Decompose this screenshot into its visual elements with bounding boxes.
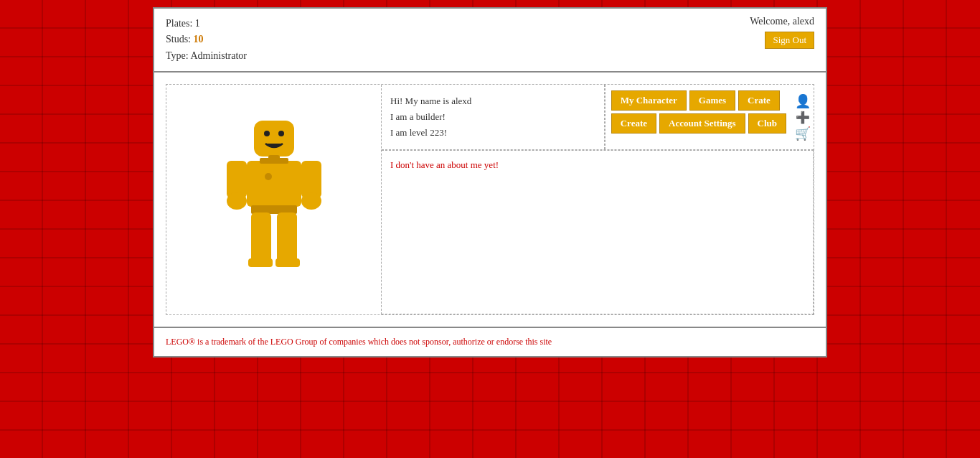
type-info: Type: Administrator [166, 48, 247, 64]
about-text: I don't have an about me yet! [390, 159, 499, 170]
buttons-and-icons: My Character Games Crate Create Account … [605, 85, 814, 149]
main-wrapper: Plates: 1 Studs: 10 Type: Administrator … [153, 7, 827, 357]
sign-out-button[interactable]: Sign Out [765, 32, 814, 49]
type-value: Administrator [190, 50, 247, 61]
bio-section: Hi! My name is alexd I am a builder! I a… [382, 85, 605, 149]
studs-info: Studs: 10 [166, 32, 247, 47]
svg-rect-4 [247, 161, 301, 207]
svg-point-6 [265, 173, 272, 180]
svg-point-10 [301, 192, 321, 210]
svg-point-8 [227, 192, 247, 210]
games-button[interactable]: Games [689, 90, 735, 111]
header: Plates: 1 Studs: 10 Type: Administrator … [154, 9, 826, 73]
svg-rect-14 [277, 212, 297, 264]
svg-rect-13 [248, 258, 273, 267]
side-icons: 👤 ➕ 🛒 [792, 85, 814, 149]
svg-rect-12 [251, 212, 271, 264]
add-icon: ➕ [796, 111, 810, 124]
header-left-info: Plates: 1 Studs: 10 Type: Administrator [166, 16, 247, 64]
plates-info: Plates: 1 [166, 16, 247, 32]
buttons-section: My Character Games Crate Create Account … [605, 85, 792, 149]
info-and-buttons: Hi! My name is alexd I am a builder! I a… [382, 85, 814, 314]
studs-label: Studs: [166, 34, 191, 45]
svg-rect-0 [254, 121, 294, 156]
header-right: Welcome, alexd Sign Out [750, 16, 814, 49]
btn-row-top: My Character Games Crate [611, 90, 786, 111]
about-section: I don't have an about me yet! [382, 150, 814, 314]
club-button[interactable]: Club [748, 113, 786, 134]
svg-point-2 [278, 131, 284, 136]
svg-point-1 [264, 131, 270, 136]
lego-figure [217, 113, 331, 286]
my-character-button[interactable]: My Character [611, 90, 687, 111]
crate-button[interactable]: Crate [738, 90, 780, 111]
content-area: Hi! My name is alexd I am a builder! I a… [154, 73, 826, 328]
create-button[interactable]: Create [611, 113, 656, 134]
account-settings-button[interactable]: Account Settings [659, 113, 745, 134]
bio-line1: Hi! My name is alexd [390, 93, 595, 109]
plates-value: 1 [195, 18, 200, 29]
studs-value: 10 [194, 34, 204, 45]
character-section [166, 85, 382, 314]
footer: LEGO® is a trademark of the LEGO Group o… [154, 328, 826, 356]
svg-rect-5 [260, 158, 288, 164]
svg-rect-15 [275, 258, 300, 267]
welcome-text: Welcome, alexd [750, 16, 814, 27]
top-row: Hi! My name is alexd I am a builder! I a… [382, 85, 814, 150]
character-icon: 👤 [795, 93, 811, 109]
profile-container: Hi! My name is alexd I am a builder! I a… [166, 84, 814, 315]
bio-line2: I am a builder! [390, 109, 595, 125]
bio-line3: I am level 223! [390, 125, 595, 141]
cart-icon: 🛒 [795, 126, 811, 141]
type-label: Type: [166, 50, 189, 61]
btn-row-bottom: Create Account Settings Club [611, 113, 786, 134]
plates-label: Plates: [166, 18, 192, 29]
disclaimer-text: LEGO® is a trademark of the LEGO Group o… [166, 337, 552, 347]
